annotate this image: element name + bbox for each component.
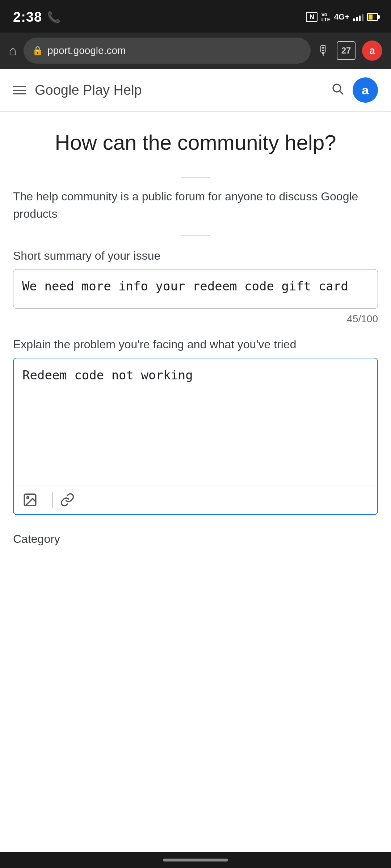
page-header: Google Play Help a <box>0 69 391 112</box>
svg-line-1 <box>340 91 343 94</box>
summary-input[interactable]: We need more info your redeem code gift … <box>13 269 378 309</box>
svg-point-3 <box>27 497 29 498</box>
status-time: 2:38 <box>13 9 42 25</box>
category-label: Category <box>13 532 60 545</box>
phone-icon: 📞 <box>47 11 60 24</box>
status-icons: N Vo LTE 4G+ <box>306 12 378 22</box>
explain-textarea[interactable]: Redeem code not working <box>14 358 377 484</box>
main-content: How can the community help? The help com… <box>0 112 391 567</box>
lock-icon: 🔒 <box>32 46 43 56</box>
menu-button[interactable] <box>13 86 26 94</box>
section-divider-2 <box>181 235 210 236</box>
signal-bars <box>353 13 363 21</box>
address-bar[interactable]: 🔒 pport.google.com <box>24 38 311 64</box>
battery-icon <box>367 13 378 21</box>
summary-label: Short summary of your issue <box>13 249 378 263</box>
page-title: How can the community help? <box>13 129 378 156</box>
link-insert-button[interactable] <box>60 493 75 507</box>
header-avatar[interactable]: a <box>353 77 378 103</box>
textarea-toolbar <box>14 485 377 514</box>
tab-count-button[interactable]: 27 <box>337 41 356 60</box>
volte-text: Vo LTE <box>321 12 330 22</box>
signal-4g-text: 4G+ <box>334 12 349 22</box>
description-text: The help community is a public forum for… <box>13 188 378 222</box>
explain-box: Redeem code not working <box>13 358 378 515</box>
profile-button[interactable]: a <box>362 41 382 61</box>
explain-label: Explain the problem you're facing and wh… <box>13 338 378 351</box>
image-attach-button[interactable] <box>22 492 45 507</box>
browser-bar: ⌂ 🔒 pport.google.com 🎙 27 a <box>0 33 391 69</box>
toolbar-separator <box>52 492 53 508</box>
nfc-icon: N <box>306 12 318 22</box>
search-button[interactable] <box>331 82 344 98</box>
home-button[interactable]: ⌂ <box>9 43 17 59</box>
status-bar: 2:38 📞 N Vo LTE 4G+ <box>0 0 391 33</box>
section-divider-1 <box>181 177 210 178</box>
mic-button[interactable]: 🎙 <box>317 43 330 58</box>
header-title: Google Play Help <box>35 82 322 98</box>
page-title-section: How can the community help? <box>13 112 378 167</box>
char-count: 45/100 <box>13 313 378 325</box>
url-text: pport.google.com <box>47 45 302 56</box>
